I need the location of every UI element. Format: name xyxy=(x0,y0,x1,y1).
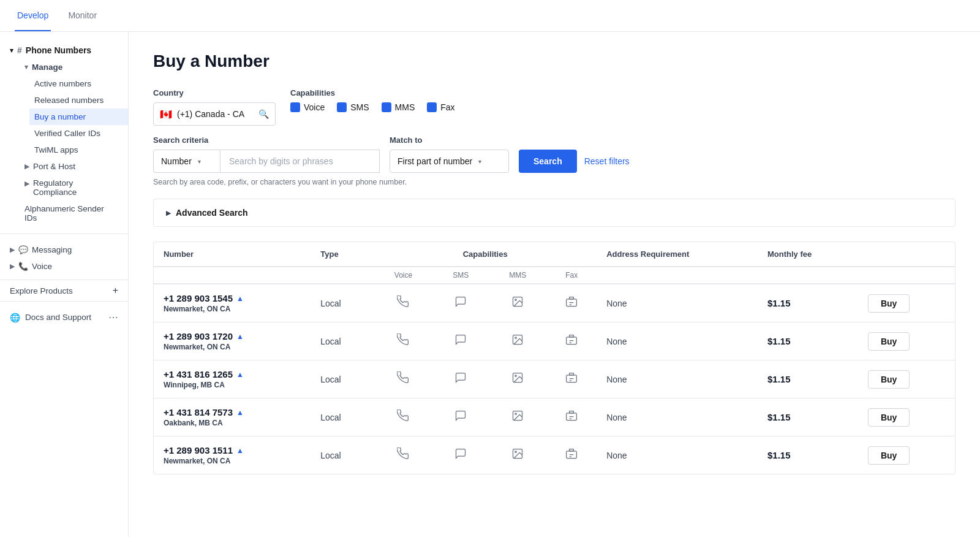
search-criteria-select[interactable]: Number ▾ xyxy=(153,150,221,173)
up-arrow-icon-2: ▲ xyxy=(236,370,244,379)
sidebar-twiml-apps-label: TwiML apps xyxy=(34,145,78,154)
buy-button-4[interactable]: Buy xyxy=(868,446,910,465)
mms-icon-cell-4 xyxy=(489,436,546,474)
up-arrow-icon-4: ▲ xyxy=(236,446,244,455)
mms-icon-cell-1 xyxy=(489,322,546,360)
tab-develop[interactable]: Develop xyxy=(15,0,51,31)
capability-fax-label: Fax xyxy=(440,102,454,112)
subcol-sms: SMS xyxy=(433,267,489,284)
globe-icon: 🌐 xyxy=(10,313,20,322)
voice-icon-cell-0 xyxy=(374,284,433,322)
buy-action-cell-0: Buy xyxy=(858,284,955,322)
capability-sms[interactable]: SMS xyxy=(337,102,369,112)
tab-monitor[interactable]: Monitor xyxy=(66,0,99,31)
match-to-field-group: Match to First part of number ▾ xyxy=(390,135,509,173)
sidebar-phone-numbers[interactable]: ▾ # Phone Numbers xyxy=(0,42,128,59)
mms-icon-cell-2 xyxy=(489,360,546,398)
sidebar: ▾ # Phone Numbers ▾ Manage Active number… xyxy=(0,32,129,537)
sidebar-item-verified-caller-ids[interactable]: Verified Caller IDs xyxy=(29,125,128,142)
numbers-table: Number Type Capabilities Address Require… xyxy=(154,242,955,474)
docs-support-item[interactable]: 🌐 Docs and Support ⋯ xyxy=(10,309,118,326)
svg-point-16 xyxy=(515,413,517,415)
up-arrow-icon-0: ▲ xyxy=(236,294,244,303)
number-value-1: +1 289 903 1720 ▲ xyxy=(164,331,301,341)
match-to-select[interactable]: First part of number ▾ xyxy=(390,150,509,173)
buy-button-3[interactable]: Buy xyxy=(868,408,910,427)
sidebar-item-port-host[interactable]: ▶ Port & Host xyxy=(20,158,128,175)
sidebar-item-active-numbers[interactable]: Active numbers xyxy=(29,75,128,92)
hash-icon: # xyxy=(17,45,22,55)
svg-point-21 xyxy=(515,451,517,453)
search-button[interactable]: Search xyxy=(519,150,577,173)
capability-voice[interactable]: Voice xyxy=(290,102,325,112)
sidebar-bottom: 🌐 Docs and Support ⋯ xyxy=(0,301,128,333)
mms-icon-cell-3 xyxy=(489,398,546,436)
match-to-label: Match to xyxy=(390,135,509,145)
col-fee: Monthly fee xyxy=(758,242,858,267)
country-select[interactable]: 🇨🇦 (+1) Canada - CA 🔍 xyxy=(153,102,276,126)
regulatory-chevron-icon: ▶ xyxy=(24,180,29,188)
svg-point-11 xyxy=(515,375,517,377)
sms-icon-cell-4 xyxy=(433,436,489,474)
capability-mms[interactable]: MMS xyxy=(382,102,415,112)
fax-dot xyxy=(427,102,437,112)
sidebar-item-twiml-apps[interactable]: TwiML apps xyxy=(29,142,128,158)
explore-products[interactable]: Explore Products + xyxy=(0,280,128,301)
subcol-mms: MMS xyxy=(489,267,546,284)
buy-button-1[interactable]: Buy xyxy=(868,332,910,351)
number-cell-3: +1 431 814 7573 ▲ Oakbank, MB CA xyxy=(154,398,311,436)
buy-action-cell-2: Buy xyxy=(858,360,955,398)
table-row: +1 431 816 1265 ▲ Winnipeg, MB CA Local … xyxy=(154,360,955,398)
sidebar-item-alphanumeric[interactable]: Alphanumeric Sender IDs xyxy=(20,200,128,226)
type-cell-1: Local xyxy=(311,322,374,360)
search-criteria-field-group: Search criteria Number ▾ xyxy=(153,135,380,173)
top-nav: Develop Monitor xyxy=(0,0,980,32)
canada-flag-icon: 🇨🇦 xyxy=(160,109,172,120)
docs-support-menu-icon[interactable]: ⋯ xyxy=(108,311,118,323)
address-cell-1: None xyxy=(597,322,758,360)
table-row: +1 289 903 1545 ▲ Newmarket, ON CA Local… xyxy=(154,284,955,322)
sms-icon-cell-1 xyxy=(433,322,489,360)
country-field-group: Country 🇨🇦 (+1) Canada - CA 🔍 xyxy=(153,88,276,126)
number-value-2: +1 431 816 1265 ▲ xyxy=(164,369,301,379)
table-row: +1 289 903 1511 ▲ Newmarket, ON CA Local… xyxy=(154,436,955,474)
capability-fax[interactable]: Fax xyxy=(427,102,454,112)
sidebar-item-voice[interactable]: ▶ 📞 Voice xyxy=(0,258,128,275)
explore-products-plus-icon[interactable]: + xyxy=(113,285,118,296)
search-area: Country 🇨🇦 (+1) Canada - CA 🔍 Capabiliti… xyxy=(153,88,956,186)
type-cell-4: Local xyxy=(311,436,374,474)
subcol-voice: Voice xyxy=(374,267,433,284)
capability-sms-label: SMS xyxy=(350,102,369,112)
buy-button-2[interactable]: Buy xyxy=(868,370,910,389)
sidebar-manage[interactable]: ▾ Manage xyxy=(20,59,128,75)
col-capabilities: Capabilities xyxy=(374,242,597,267)
reset-filters-button[interactable]: Reset filters xyxy=(584,150,630,173)
advanced-search-triangle-icon: ▶ xyxy=(166,210,171,216)
sidebar-item-messaging[interactable]: ▶ 💬 Messaging xyxy=(0,242,128,258)
svg-point-6 xyxy=(515,337,517,339)
buy-button-0[interactable]: Buy xyxy=(868,294,910,313)
number-value-0: +1 289 903 1545 ▲ xyxy=(164,293,301,303)
search-action-group: Action Search Reset filters xyxy=(519,135,630,173)
sidebar-port-host-label: Port & Host xyxy=(33,162,75,171)
sidebar-item-buy-number[interactable]: Buy a number xyxy=(29,109,128,125)
sidebar-item-regulatory[interactable]: ▶ Regulatory Compliance xyxy=(20,175,128,200)
sms-icon-cell-0 xyxy=(433,284,489,322)
type-cell-2: Local xyxy=(311,360,374,398)
messaging-chevron-icon: ▶ xyxy=(10,246,15,254)
fax-icon-cell-3 xyxy=(546,398,597,436)
voice-icon-cell-3 xyxy=(374,398,433,436)
main-content: Buy a Number Country 🇨🇦 (+1) Canada - CA… xyxy=(129,32,980,537)
capabilities-row: Voice SMS MMS Fax xyxy=(290,102,455,112)
number-cell-0: +1 289 903 1545 ▲ Newmarket, ON CA xyxy=(154,284,311,322)
advanced-search-panel[interactable]: ▶ Advanced Search xyxy=(153,199,956,227)
search-input[interactable] xyxy=(221,150,380,173)
sidebar-messaging-label: Messaging xyxy=(32,245,72,254)
sidebar-regulatory-label: Regulatory Compliance xyxy=(33,178,118,197)
criteria-chevron-icon: ▾ xyxy=(198,158,201,165)
sidebar-alphanumeric-label: Alphanumeric Sender IDs xyxy=(24,204,118,223)
search-criteria-label: Search criteria xyxy=(153,135,380,145)
sms-icon-cell-2 xyxy=(433,360,489,398)
address-cell-2: None xyxy=(597,360,758,398)
sidebar-item-released-numbers[interactable]: Released numbers xyxy=(29,92,128,109)
